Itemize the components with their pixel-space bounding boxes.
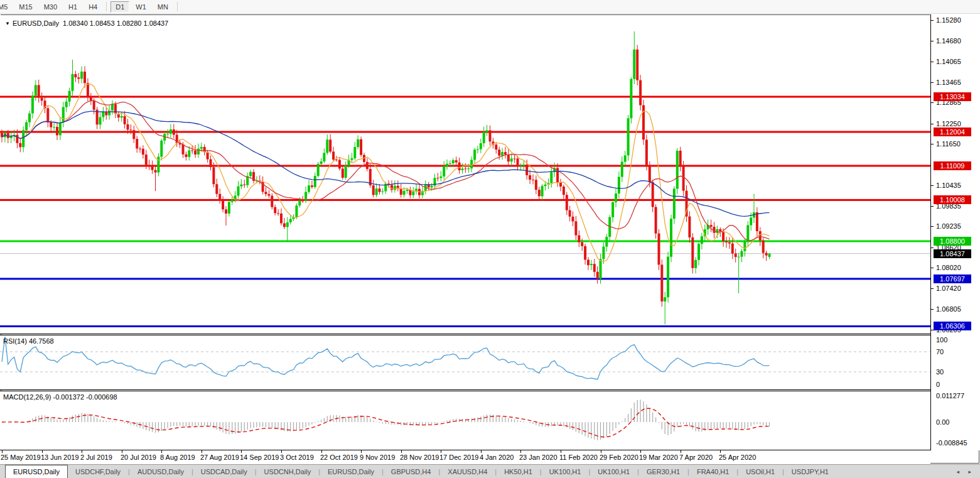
tab-scroll-arrows[interactable]: ◂ ▸	[956, 469, 975, 475]
date-tick-mark	[321, 450, 322, 453]
rsi-line	[2, 337, 770, 379]
price-tick-label: 1.09235	[936, 222, 961, 231]
main-chart-panel[interactable]	[0, 15, 930, 334]
price-tick-label: 1.06805	[936, 305, 961, 313]
date-tick-label: 22 Oct 2019	[320, 454, 358, 461]
date-tick-label: 27 Aug 2019	[200, 454, 239, 461]
macd-tick-label: -0.008845	[936, 438, 967, 447]
date-tick-mark	[720, 450, 721, 453]
timeframe-button-d1[interactable]: D1	[110, 1, 129, 13]
toolbar-separator	[106, 2, 107, 11]
ma-fast-line	[2, 84, 770, 261]
date-tick-label: 13 Jun 2019	[41, 454, 79, 461]
chart-title: ▼EURUSD,Daily 1.08340 1.08453 1.08280 1.…	[5, 19, 168, 27]
date-tick-mark	[2, 450, 3, 453]
date-tick-label: 14 Sep 2019	[240, 454, 279, 461]
price-tick-mark	[931, 226, 934, 227]
timeframe-button-w1[interactable]: W1	[131, 1, 151, 13]
tab-uk100-h1-9[interactable]: UK100,H1	[542, 467, 589, 477]
date-tick-mark	[681, 450, 681, 453]
tab-xauusd-h4-7[interactable]: XAUUSD,H4	[440, 467, 495, 477]
macd-chart	[0, 391, 930, 450]
date-tick-label: 17 Dec 2019	[439, 454, 478, 461]
level-line-1.06306[interactable]	[0, 325, 930, 327]
timeframe-button-h4[interactable]: H4	[83, 1, 102, 13]
macd-tick-label: 0.00	[936, 418, 949, 426]
chart-tab-bar: EURUSD,DailyUSDCHF,Daily|AUDUSD,Daily|US…	[0, 464, 980, 478]
price-axis[interactable]: 1.152801.146801.140651.134651.128651.122…	[930, 14, 979, 450]
level-price-badge: 1.11009	[934, 161, 971, 170]
date-tick-label: 2 Jul 2019	[80, 454, 112, 461]
price-tick-mark	[931, 82, 934, 83]
tab-usdcnh-daily-4[interactable]: USDCNH,Daily	[257, 467, 319, 477]
level-line-1.13034[interactable]	[0, 96, 930, 98]
tab-eurusd-daily-0[interactable]: EURUSD,Daily	[5, 465, 68, 478]
date-tick-mark	[481, 450, 482, 453]
tab-hk50-h1-8[interactable]: HK50,H1	[497, 467, 540, 477]
tab-usdcad-daily-3[interactable]: USDCAD,Daily	[193, 467, 255, 477]
chart-symbol-label: EURUSD,Daily	[13, 19, 59, 27]
tab-ger30-h1-11[interactable]: GER30,H1	[639, 467, 687, 477]
date-tick-mark	[640, 450, 641, 453]
date-tick-label: 29 Feb 2020	[600, 454, 638, 461]
macd-tick-label: 0.011277	[936, 391, 964, 400]
rsi-panel[interactable]	[0, 335, 930, 389]
price-tick-label: 1.10435	[936, 181, 961, 190]
tab-usoil-h1-13[interactable]: USOil,H1	[738, 467, 782, 477]
date-tick-mark	[82, 450, 82, 453]
date-tick-label: 11 Feb 2020	[559, 454, 598, 461]
tab-fra40-h1-12[interactable]: FRA40,H1	[689, 467, 736, 477]
price-tick-mark	[931, 206, 934, 207]
date-tick-label: 25 May 2019	[1, 454, 41, 461]
price-tick-label: 1.15280	[936, 16, 961, 24]
level-line-1.07697[interactable]	[0, 278, 930, 280]
tab-gbpusd-h4-6[interactable]: GBPUSD,H4	[384, 467, 439, 477]
timeframe-button-m30[interactable]: M30	[39, 1, 62, 13]
level-price-badge: 1.08800	[934, 237, 971, 246]
price-tick-mark	[931, 62, 934, 62]
timeframe-button-h1[interactable]: H1	[63, 1, 82, 13]
price-tick-mark	[931, 102, 934, 103]
tab-audusd-daily-2[interactable]: AUDUSD,Daily	[130, 467, 191, 477]
date-axis[interactable]: 25 May 201913 Jun 20192 Jul 201920 Jul 2…	[0, 450, 930, 464]
timeframe-button-mn[interactable]: MN	[153, 1, 173, 13]
date-tick-mark	[401, 450, 402, 453]
chart-dropdown-icon[interactable]: ▼	[5, 21, 10, 26]
level-line-1.10008[interactable]	[0, 199, 930, 201]
macd-label: MACD(12,26,9) -0.001372 -0.000698	[3, 393, 117, 401]
toolbar-separator	[177, 2, 178, 11]
price-tick-label: 1.11650	[936, 139, 961, 148]
date-tick-mark	[281, 450, 282, 453]
macd-panel[interactable]	[0, 391, 930, 450]
date-tick-label: 23 Jan 2020	[519, 454, 557, 461]
price-tick-mark	[931, 124, 934, 124]
date-tick-label: 9 Nov 2019	[360, 454, 395, 461]
date-tick-label: 25 Apr 2020	[719, 454, 756, 461]
price-tick-mark	[931, 20, 934, 21]
date-tick-mark	[202, 450, 202, 453]
timeframe-button-m15[interactable]: M15	[14, 1, 37, 13]
price-tick-mark	[931, 247, 934, 248]
tab-eurusd-daily-5[interactable]: EURUSD,Daily	[320, 467, 382, 477]
level-price-badge: 1.07697	[934, 274, 971, 283]
chart-ohlc-values: 1.08340 1.08453 1.08280 1.08437	[63, 19, 168, 27]
rsi-tick-label: 100	[936, 335, 947, 344]
ma-mid-line	[2, 100, 770, 241]
tab-usdchf-daily-1[interactable]: USDCHF,Daily	[68, 467, 128, 477]
timeframe-button-m5[interactable]: M5	[0, 1, 13, 13]
date-tick-mark	[122, 450, 122, 453]
date-tick-mark	[161, 450, 162, 453]
price-tick-mark	[931, 309, 934, 310]
tab-uk100-h1-10[interactable]: UK100,H1	[590, 467, 637, 477]
panel-separator[interactable]	[0, 389, 930, 390]
tab-usdjpy-h1-14[interactable]: USDJPY,H1	[784, 467, 836, 477]
date-tick-mark	[241, 450, 242, 453]
date-tick-label: 8 Aug 2019	[160, 454, 195, 461]
price-tick-mark	[931, 268, 934, 268]
rsi-tick-label: 0	[936, 380, 940, 389]
date-tick-mark	[520, 450, 521, 453]
candle-wicks	[2, 31, 770, 325]
level-line-1.08800[interactable]	[0, 241, 930, 242]
panel-separator[interactable]	[0, 334, 930, 334]
price-tick-label: 1.12250	[936, 119, 961, 128]
